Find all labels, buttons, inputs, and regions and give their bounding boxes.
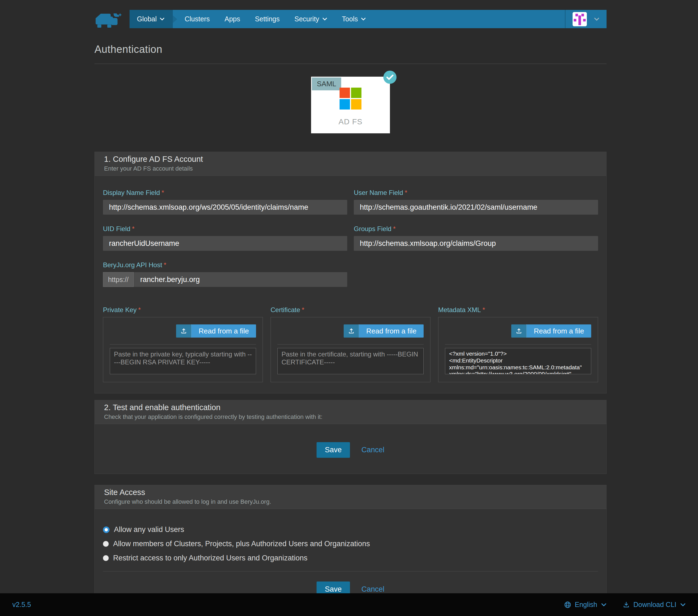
language-selector[interactable]: English: [564, 601, 606, 608]
radio-allow-members[interactable]: Allow members of Clusters, Projects, plu…: [103, 540, 598, 548]
section2-subtitle: Check that your application is configure…: [104, 414, 597, 421]
section1-subtitle: Enter your AD FS account details: [104, 165, 597, 172]
download-cli-menu[interactable]: Download CLI: [623, 601, 686, 608]
rancher-logo-icon[interactable]: [95, 13, 123, 29]
site-access-subtitle: Configure who should be allowed to log i…: [104, 498, 597, 505]
microsoft-logo-icon: [339, 88, 361, 110]
filebox-divider: [110, 344, 256, 345]
certificate-group: Certificate* Read from a file: [270, 306, 431, 382]
language-label: English: [575, 601, 597, 608]
groups-input[interactable]: http://schemas.xmlsoap.org/claims/Group: [354, 236, 598, 251]
nav-item-global[interactable]: Global: [129, 10, 173, 28]
user-name-input[interactable]: http://schemas.goauthentik.io/2021/02/sa…: [354, 200, 598, 215]
uid-input[interactable]: rancherUidUsername: [103, 236, 347, 251]
nav-apps-label: Apps: [225, 15, 240, 23]
nav-item-clusters[interactable]: Clusters: [177, 10, 217, 28]
metadata-xml-label: Metadata XML*: [438, 306, 598, 314]
certificate-textarea[interactable]: [277, 348, 424, 374]
required-asterisk: *: [405, 189, 407, 196]
section2-title: 2. Test and enable authentication: [104, 403, 597, 412]
section2-header: 2. Test and enable authentication Check …: [95, 400, 606, 424]
user-menu[interactable]: [565, 10, 606, 28]
chevron-down-icon: [361, 17, 366, 20]
section1-header: 1. Configure AD FS Account Enter your AD…: [95, 152, 606, 176]
section-site-access: Site Access Configure who should be allo…: [95, 485, 606, 611]
chevron-down-icon: [680, 603, 686, 606]
nav-settings-label: Settings: [255, 15, 280, 23]
api-host-field-group: BeryJu.org API Host* https:// rancher.be…: [103, 261, 347, 287]
radio-unselected-icon: [103, 555, 109, 561]
nav-item-tools[interactable]: Tools: [335, 10, 373, 28]
radio-restrict-access[interactable]: Restrict access to only Authorized Users…: [103, 554, 598, 562]
nav-global-label: Global: [137, 15, 157, 23]
site-access-cancel-button[interactable]: Cancel: [361, 585, 385, 593]
nav-item-apps[interactable]: Apps: [217, 10, 248, 28]
groups-field-group: Groups Field* http://schemas.xmlsoap.org…: [354, 225, 598, 251]
nav-clusters-label: Clusters: [184, 15, 210, 23]
filebox-divider: [445, 344, 591, 345]
title-divider: [95, 64, 606, 64]
read-file-label: Read from a file: [527, 324, 591, 338]
footer-bar: v2.5.5 English Download CLI: [0, 593, 698, 616]
section-configure-account: 1. Configure AD FS Account Enter your AD…: [95, 152, 606, 393]
required-asterisk: *: [164, 261, 166, 269]
saml-badge: SAML: [312, 78, 341, 90]
radio-label: Restrict access to only Authorized Users…: [113, 554, 308, 562]
certificate-filebox: Read from a file: [270, 317, 431, 382]
site-access-title: Site Access: [104, 488, 597, 497]
avatar: [573, 12, 587, 26]
user-name-field-group: User Name Field* http://schemas.goauthen…: [354, 189, 598, 215]
uid-field-group: UID Field* rancherUidUsername: [103, 225, 347, 251]
main-navbar: Global Clusters Apps Settings Security T…: [129, 10, 606, 28]
filebox-divider: [277, 344, 424, 345]
user-name-label: User Name Field*: [354, 189, 598, 197]
site-access-header: Site Access Configure who should be allo…: [95, 485, 606, 509]
api-host-input[interactable]: https:// rancher.beryju.org: [103, 272, 347, 287]
required-asterisk: *: [483, 306, 485, 313]
radio-allow-any-valid-users[interactable]: Allow any valid Users: [103, 526, 598, 534]
api-host-label: BeryJu.org API Host*: [103, 261, 347, 269]
nav-item-security[interactable]: Security: [287, 10, 334, 28]
provider-card-area: SAML AD FS: [95, 76, 606, 133]
radio-label: Allow any valid Users: [114, 526, 184, 534]
https-prefix-addon: https://: [103, 272, 134, 287]
chevron-down-icon: [322, 17, 327, 20]
radio-selected-icon: [103, 527, 110, 533]
certificate-label: Certificate*: [270, 306, 431, 314]
radio-unselected-icon: [103, 541, 109, 547]
save-button[interactable]: Save: [317, 442, 350, 458]
metadata-xml-read-file-button[interactable]: Read from a file: [511, 324, 591, 338]
chevron-down-icon: [594, 17, 599, 21]
chevron-down-icon: [159, 17, 165, 20]
required-asterisk: *: [393, 225, 395, 233]
api-host-value: rancher.beryju.org: [134, 272, 207, 287]
private-key-label: Private Key*: [103, 306, 263, 314]
download-cli-label: Download CLI: [633, 601, 676, 608]
private-key-filebox: Read from a file: [103, 317, 263, 382]
provider-name: AD FS: [311, 117, 390, 126]
nav-tools-label: Tools: [342, 15, 358, 23]
provider-card-adfs[interactable]: SAML AD FS: [311, 76, 390, 133]
private-key-group: Private Key* Read from a file: [103, 306, 263, 382]
display-name-input[interactable]: http://schemas.xmlsoap.org/ws/2005/05/id…: [103, 200, 347, 215]
version-label: v2.5.5: [12, 601, 31, 608]
metadata-xml-group: Metadata XML* Read from a file: [438, 306, 598, 382]
metadata-xml-textarea[interactable]: <?xml version="1.0"?> <md:EntityDescript…: [445, 348, 591, 374]
nav-security-label: Security: [294, 15, 319, 23]
required-asterisk: *: [138, 306, 141, 313]
private-key-textarea[interactable]: [110, 348, 256, 374]
selected-check-icon: [383, 71, 396, 84]
groups-label: Groups Field*: [354, 225, 598, 233]
chevron-down-icon: [601, 603, 606, 606]
section1-title: 1. Configure AD FS Account: [104, 155, 597, 164]
uid-label: UID Field*: [103, 225, 347, 233]
radio-label: Allow members of Clusters, Projects, plu…: [113, 540, 370, 548]
top-header: Global Clusters Apps Settings Security T…: [0, 0, 698, 28]
private-key-read-file-button[interactable]: Read from a file: [176, 324, 256, 338]
globe-icon: [564, 601, 572, 608]
certificate-read-file-button[interactable]: Read from a file: [344, 324, 424, 338]
display-name-field-group: Display Name Field* http://schemas.xmlso…: [103, 189, 347, 215]
cancel-button[interactable]: Cancel: [361, 446, 385, 454]
nav-item-settings[interactable]: Settings: [248, 10, 287, 28]
required-asterisk: *: [302, 306, 304, 313]
